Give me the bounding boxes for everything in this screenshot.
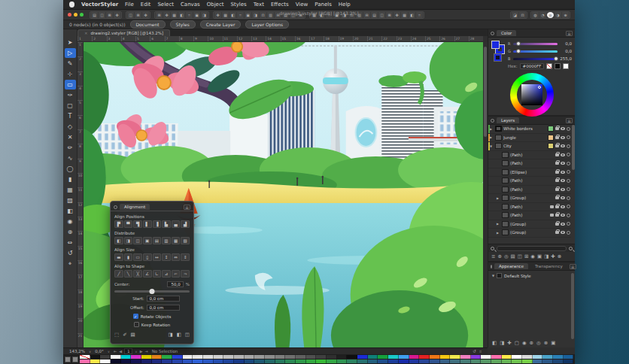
document-tab[interactable]: × drawing2.vstyler [RGB] [@143.2%] <box>77 29 170 36</box>
default-style-item[interactable]: ▼ Default Style <box>488 271 575 281</box>
toolbar-button-icon[interactable]: ▤ <box>282 12 289 18</box>
panel-menu-icon[interactable]: ≡ <box>566 31 573 36</box>
align-option-icon[interactable]: ▛ <box>114 220 123 228</box>
create-layer-button[interactable]: Create Layer <box>200 20 242 29</box>
color-swatch[interactable] <box>419 355 430 359</box>
zoom-tool[interactable]: ⊕ <box>65 227 76 237</box>
text-tool[interactable]: T <box>65 111 76 121</box>
scrollbar-thumb[interactable] <box>484 47 487 137</box>
align-option-icon[interactable]: ∟ <box>153 270 162 278</box>
color-swatch[interactable] <box>471 359 482 363</box>
lock-icon[interactable] <box>555 179 559 182</box>
color-swatch[interactable] <box>141 355 152 359</box>
ellipse-tool[interactable]: ◯ <box>65 164 76 174</box>
target-icon[interactable] <box>567 187 570 191</box>
color-swatch[interactable] <box>481 355 491 359</box>
menu-item-file[interactable]: File <box>125 2 134 8</box>
offset-value-field[interactable]: 0,0 cm <box>147 305 180 311</box>
toolbar-button-icon[interactable]: ◫ <box>378 12 385 18</box>
menu-item-view[interactable]: View <box>296 2 308 8</box>
color-swatch[interactable] <box>172 355 183 359</box>
color-swatch[interactable] <box>430 359 440 363</box>
layer-row[interactable]: ▶Jungle <box>488 134 571 143</box>
toolbar-button-icon[interactable]: ⊞ <box>135 12 141 18</box>
toolbar-button-icon[interactable]: ◫ <box>99 12 105 18</box>
color-swatch[interactable] <box>111 355 121 359</box>
toolbar-button-icon[interactable]: ◍ <box>532 12 539 18</box>
align-option-icon[interactable]: ▙ <box>162 220 171 228</box>
toolbar-button-icon[interactable]: ⌗ <box>326 12 333 18</box>
layer-row[interactable]: ▶(Group) <box>488 220 571 229</box>
color-swatch[interactable] <box>131 359 141 363</box>
color-swatch[interactable] <box>80 359 90 363</box>
toolbar-button-icon[interactable]: ⊞ <box>297 12 304 18</box>
visibility-icon[interactable] <box>561 188 565 191</box>
color-swatch[interactable] <box>368 359 378 363</box>
appearance-scrollbar[interactable] <box>571 273 574 339</box>
layer-row[interactable]: (Path) <box>488 177 571 186</box>
lock-icon[interactable] <box>555 231 559 234</box>
lock-icon[interactable] <box>555 162 559 165</box>
color-swatch[interactable] <box>162 359 172 363</box>
zoom-window-button[interactable] <box>80 13 84 17</box>
layer-row[interactable]: (Path) <box>488 211 571 220</box>
color-swatch[interactable] <box>306 355 317 359</box>
layers-search-input[interactable] <box>497 246 567 251</box>
menu-item-help[interactable]: Help <box>339 2 351 8</box>
toolbar-button-icon[interactable]: ⊟ <box>275 12 281 18</box>
target-icon[interactable] <box>567 214 570 217</box>
appearance-action-icon[interactable]: ◨ <box>500 340 504 346</box>
lock-icon[interactable] <box>555 223 559 226</box>
layers-action-icon[interactable]: ⊕ <box>497 253 501 259</box>
expander-icon[interactable]: ▼ <box>490 144 494 148</box>
appearance-action-icon[interactable]: ▢ <box>515 340 519 346</box>
visibility-icon[interactable] <box>561 223 565 226</box>
color-swatch[interactable] <box>388 359 399 363</box>
visibility-icon[interactable] <box>561 196 565 199</box>
expander-icon[interactable]: ▶ <box>497 196 500 200</box>
color-swatch[interactable] <box>512 359 522 363</box>
target-icon[interactable] <box>567 222 570 226</box>
toolbar-button-icon[interactable]: ◫ <box>290 12 296 18</box>
color-panel-tab[interactable]: Color <box>497 30 516 36</box>
color-swatch[interactable] <box>121 359 132 363</box>
color-swatch[interactable] <box>327 359 337 363</box>
center-slider[interactable] <box>114 290 190 293</box>
chevron-down-icon[interactable]: ∨ <box>108 350 110 353</box>
color-swatch[interactable] <box>337 359 348 363</box>
rotate-tool[interactable]: ↺ <box>65 248 76 258</box>
color-swatch[interactable] <box>296 355 306 359</box>
lock-icon[interactable] <box>555 136 559 139</box>
toolbar-button-icon[interactable]: ▣ <box>333 12 340 18</box>
toolbar-button-icon[interactable]: ⊡ <box>348 12 355 18</box>
color-swatch[interactable] <box>245 359 255 363</box>
toolbar-button-icon[interactable]: ⊞ <box>386 12 393 18</box>
appearance-action-icon[interactable]: ◧ <box>492 340 497 346</box>
last-page-icon[interactable]: ⇥ <box>144 349 147 353</box>
mesh-tool[interactable]: ▦ <box>65 185 76 195</box>
layers-scrollbar[interactable] <box>572 125 575 170</box>
toolbar-button-icon[interactable]: ▤ <box>91 12 98 18</box>
color-swatch[interactable] <box>409 355 420 359</box>
visibility-icon[interactable] <box>561 153 565 156</box>
align-option-icon[interactable]: ▟ <box>181 220 190 228</box>
appearance-action-icon[interactable]: ▣ <box>551 340 555 346</box>
toolbar-button-icon[interactable]: ◔ <box>539 12 546 18</box>
color-swatch[interactable] <box>285 359 296 363</box>
toolbar-button-icon[interactable]: ▣ <box>193 12 200 18</box>
color-swatch[interactable] <box>368 355 378 359</box>
toolbar-button-icon[interactable]: ◧ <box>178 12 185 18</box>
layer-row[interactable]: ▶(Group) <box>488 194 571 203</box>
align-option-icon[interactable]: ∠ <box>143 270 152 278</box>
toolbar-button-icon[interactable]: ▦ <box>171 12 178 18</box>
page-number[interactable]: 1 <box>124 348 132 354</box>
layer-row[interactable]: (Path) <box>488 203 571 212</box>
color-swatch[interactable] <box>440 359 451 363</box>
toolbar-button-icon[interactable]: ⌗ <box>416 12 423 18</box>
visibility-icon[interactable] <box>561 136 565 139</box>
none-color-swatch[interactable] <box>546 63 552 69</box>
lock-icon[interactable] <box>555 188 559 191</box>
color-swatch[interactable] <box>141 359 152 363</box>
start-value-field[interactable]: 0,0 cm <box>147 296 180 302</box>
visibility-icon[interactable] <box>561 144 565 147</box>
